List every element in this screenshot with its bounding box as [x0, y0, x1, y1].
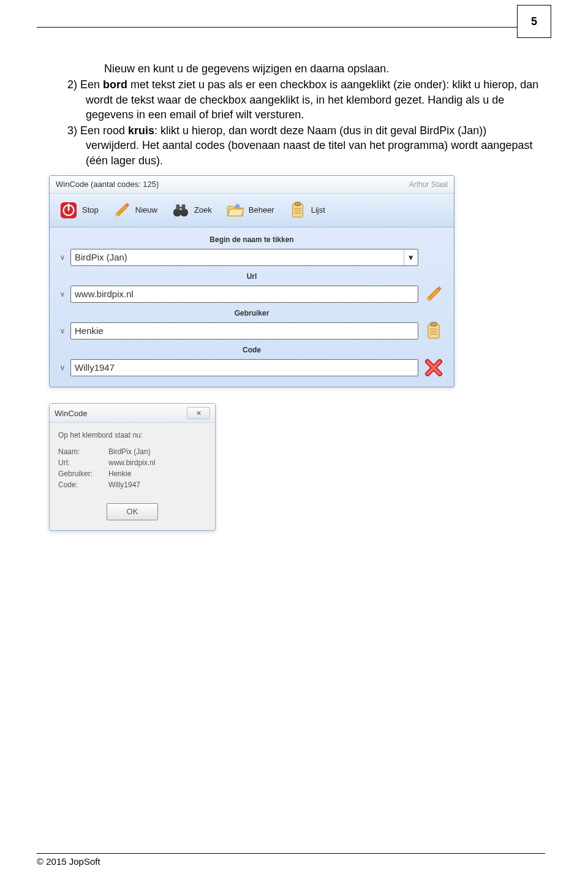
checkbox-url[interactable]: v	[58, 289, 67, 299]
cross-icon	[424, 358, 443, 378]
name-value: BirdPix (Jan)	[75, 251, 127, 264]
close-icon: ✕	[196, 409, 202, 418]
row-code: v Willy1947	[50, 356, 454, 379]
body-text: Nieuw en kunt u de gegevens wijzigen en …	[49, 0, 539, 531]
delete-code-button[interactable]	[422, 357, 445, 378]
ok-button[interactable]: OK	[107, 503, 159, 520]
paragraph-item2: 2) Een bord met tekst ziet u pas als er …	[67, 77, 539, 122]
url-value: www.birdpix.nl	[75, 288, 134, 300]
lijst-label: Lijst	[311, 205, 325, 216]
beheer-button[interactable]: Beheer	[221, 197, 284, 223]
header-rule	[37, 27, 521, 28]
dialog-body: Op het klembord staat nu: Naam:BirdPix (…	[50, 423, 215, 530]
zoek-label: Zoek	[194, 205, 212, 216]
svg-marker-3	[116, 204, 127, 216]
lijst-button[interactable]: Lijst	[284, 197, 334, 223]
dialog-header-text: Op het klembord staat nu:	[58, 430, 206, 440]
name-combobox[interactable]: BirdPix (Jan) ▾	[70, 249, 418, 266]
row-url: v www.birdpix.nl	[50, 283, 454, 306]
zoek-button[interactable]: Zoek	[167, 197, 221, 223]
beheer-label: Beheer	[249, 205, 274, 216]
svg-rect-10	[179, 207, 183, 208]
stop-label: Stop	[82, 205, 99, 216]
checkbox-code[interactable]: v	[58, 363, 67, 373]
kv-name: Naam:BirdPix (Jan)	[58, 447, 206, 457]
binoculars-icon	[171, 200, 190, 220]
copy-user-button[interactable]	[422, 321, 445, 341]
paragraph-item3: 3) Een rood kruis: klikt u hierop, dan w…	[67, 123, 539, 168]
code-field[interactable]: Willy1947	[70, 359, 418, 376]
row-name: v BirdPix (Jan) ▾	[50, 246, 454, 269]
footer: © 2015 JopSoft	[37, 853, 545, 867]
kv-code: Code:Willy1947	[58, 480, 206, 490]
user-value: Henkie	[75, 325, 104, 337]
ok-row: OK	[58, 503, 206, 520]
pencil-icon	[424, 284, 443, 304]
page: 5 Nieuw en kunt u de gegevens wijzigen e…	[0, 0, 588, 885]
label-code: Code	[50, 343, 454, 356]
close-button[interactable]: ✕	[187, 407, 210, 419]
form-area: Begin de naam te tikken v BirdPix (Jan) …	[50, 227, 454, 387]
label-begin: Begin de naam te tikken	[50, 232, 454, 246]
page-number: 5	[517, 5, 551, 38]
wincode-dialog: WinCode ✕ Op het klembord staat nu: Naam…	[49, 403, 216, 530]
svg-rect-14	[295, 202, 300, 206]
row-user: v Henkie	[50, 319, 454, 343]
folder-tools-icon	[225, 200, 245, 220]
nieuw-button[interactable]: Nieuw	[108, 197, 167, 223]
stop-button[interactable]: Stop	[55, 197, 108, 223]
svg-rect-22	[431, 322, 437, 326]
paragraph-line1: Nieuw en kunt u de gegevens wijzigen en …	[86, 61, 539, 76]
figures: WinCode (aantal codes: 125) Arthur Staal…	[49, 175, 539, 531]
kv-url: Url:www.birdpix.nl	[58, 458, 206, 468]
chevron-down-icon[interactable]: ▾	[404, 249, 418, 265]
url-field[interactable]: www.birdpix.nl	[70, 286, 418, 303]
window-titlebar: WinCode (aantal codes: 125) Arthur Staal	[50, 176, 454, 194]
nieuw-label: Nieuw	[135, 205, 157, 216]
dialog-titlebar: WinCode ✕	[50, 404, 215, 423]
window-title-right: Arthur Staal	[409, 180, 448, 189]
spacer	[422, 247, 445, 268]
edit-url-button[interactable]	[422, 284, 445, 305]
checkbox-name[interactable]: v	[58, 253, 67, 262]
clipboard-icon	[424, 321, 443, 341]
window-title: WinCode (aantal codes: 125)	[56, 179, 159, 190]
code-value: Willy1947	[75, 362, 115, 374]
wincode-main-window: WinCode (aantal codes: 125) Arthur Staal…	[49, 175, 454, 387]
toolbar: Stop Nieuw Zoek	[50, 194, 454, 227]
kv-user: Gebruiker:Henkie	[58, 469, 206, 479]
pencil-icon	[112, 200, 132, 220]
dialog-title: WinCode	[55, 408, 87, 419]
clipboard-icon	[288, 200, 307, 220]
label-url: Url	[50, 269, 454, 283]
power-icon	[59, 200, 78, 220]
checkbox-user[interactable]: v	[58, 326, 67, 336]
user-field[interactable]: Henkie	[70, 322, 418, 340]
label-gebruiker: Gebruiker	[50, 306, 454, 319]
svg-marker-18	[428, 288, 440, 300]
